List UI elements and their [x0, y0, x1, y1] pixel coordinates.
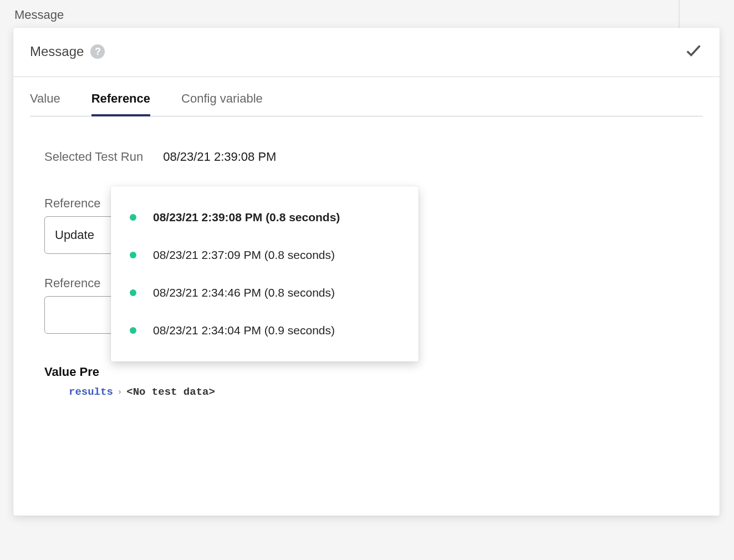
selected-test-run-row: Selected Test Run 08/23/21 2:39:08 PM: [44, 150, 689, 164]
tab-reference[interactable]: Reference: [91, 91, 150, 116]
status-dot-icon: [130, 327, 136, 334]
test-run-option-label: 08/23/21 2:34:04 PM (0.9 seconds): [153, 324, 335, 337]
test-run-dropdown: 08/23/21 2:39:08 PM (0.8 seconds) 08/23/…: [111, 186, 419, 362]
test-run-option[interactable]: 08/23/21 2:34:46 PM (0.8 seconds): [111, 274, 419, 312]
test-run-option[interactable]: 08/23/21 2:39:08 PM (0.8 seconds): [111, 198, 419, 236]
preview-empty-text: <No test data>: [126, 386, 215, 398]
panel-border-hint: [679, 0, 680, 29]
test-run-option[interactable]: 08/23/21 2:34:04 PM (0.9 seconds): [111, 312, 419, 349]
tab-config-variable[interactable]: Config variable: [181, 91, 263, 116]
status-dot-icon: [130, 214, 136, 221]
selected-test-run-value[interactable]: 08/23/21 2:39:08 PM: [163, 150, 276, 164]
panel-header: Message ?: [13, 28, 720, 77]
status-dot-icon: [130, 252, 136, 258]
selected-test-run-label: Selected Test Run: [44, 150, 143, 164]
chevron-right-icon: ›: [115, 388, 124, 396]
outer-field-label: Message: [14, 8, 64, 22]
test-run-option[interactable]: 08/23/21 2:37:09 PM (0.8 seconds): [111, 236, 419, 274]
help-icon[interactable]: ?: [90, 44, 105, 59]
message-config-panel: Message ? Value Reference Config variabl…: [13, 28, 720, 516]
input-type-tabs: Value Reference Config variable: [30, 77, 703, 116]
panel-title: Message: [30, 44, 84, 59]
tab-value[interactable]: Value: [30, 91, 60, 116]
preview-results-key[interactable]: results: [69, 386, 113, 398]
value-preview-heading: Value Pre: [44, 365, 689, 379]
confirm-check-icon[interactable]: [684, 41, 703, 62]
status-dot-icon: [130, 289, 136, 296]
value-preview-line: results › <No test data>: [44, 386, 689, 398]
tab-content: Selected Test Run 08/23/21 2:39:08 PM Re…: [13, 116, 720, 415]
test-run-option-label: 08/23/21 2:37:09 PM (0.8 seconds): [153, 248, 335, 262]
test-run-option-label: 08/23/21 2:34:46 PM (0.8 seconds): [153, 286, 335, 299]
panel-title-wrap: Message ?: [30, 44, 105, 59]
test-run-option-label: 08/23/21 2:39:08 PM (0.8 seconds): [153, 211, 340, 224]
